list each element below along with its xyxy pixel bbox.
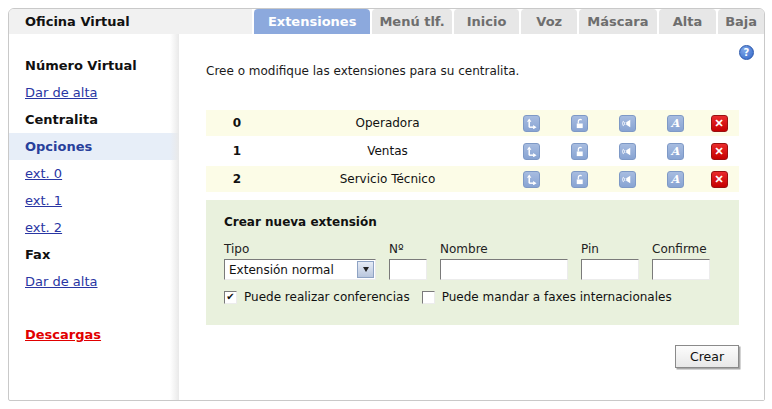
announcement-button[interactable]: [619, 171, 636, 188]
conferences-checkbox-label: Puede realizar conferencias: [244, 290, 410, 304]
tab-alta[interactable]: Alta: [659, 9, 717, 34]
extension-number: 1: [206, 144, 268, 158]
speaker-icon: [622, 146, 633, 157]
tab-inicio[interactable]: Inicio: [454, 9, 520, 34]
tab-menu-tlf[interactable]: Menú tlf.: [372, 9, 452, 34]
header-bar: Oficina Virtual Extensiones Menú tlf. In…: [9, 9, 764, 34]
redirect-arrow-icon: [526, 118, 537, 129]
pin-input[interactable]: [581, 259, 639, 280]
letter-a-icon: A: [671, 174, 680, 185]
pin-label: Pin: [581, 242, 639, 256]
lock-button[interactable]: [571, 171, 588, 188]
create-extension-fields: Tipo Extensión normal Nº Nombre: [224, 242, 721, 280]
tab-extensiones[interactable]: Extensiones: [254, 9, 370, 34]
auto-attendant-button[interactable]: A: [667, 115, 684, 132]
delete-button[interactable]: ✕: [711, 143, 728, 160]
international-fax-checkbox[interactable]: [422, 291, 435, 304]
sidebar-link-dar-de-alta-numero[interactable]: Dar de alta: [25, 85, 97, 100]
confirme-input[interactable]: [652, 259, 710, 280]
sidebar-heading-numero-virtual: Número Virtual: [9, 52, 179, 79]
delete-button[interactable]: ✕: [711, 171, 728, 188]
sidebar-link-ext-1[interactable]: ext. 1: [25, 193, 62, 208]
extension-number: 0: [206, 116, 268, 130]
tab-baja[interactable]: Baja: [718, 9, 764, 34]
tab-mascara[interactable]: Máscara: [579, 9, 657, 34]
announcement-button[interactable]: [619, 143, 636, 160]
extension-row-1: 1 Ventas A ✕: [206, 138, 739, 164]
extension-row-2: 2 Servicio Técnico A ✕: [206, 166, 739, 192]
create-button[interactable]: Crear: [675, 345, 739, 368]
lock-button[interactable]: [571, 143, 588, 160]
extensions-table: 0 Operadora A ✕ 1 Ventas A ✕: [206, 110, 739, 194]
sidebar-link-ext-2[interactable]: ext. 2: [25, 220, 62, 235]
create-extension-title: Crear nueva extensión: [224, 215, 721, 229]
sidebar: Número Virtual Dar de alta Centralita Op…: [9, 34, 179, 400]
app-window: Oficina Virtual Extensiones Menú tlf. In…: [8, 8, 765, 401]
delete-button[interactable]: ✕: [711, 115, 728, 132]
sidebar-item-opciones-label: Opciones: [25, 139, 92, 154]
auto-attendant-button[interactable]: A: [667, 171, 684, 188]
lock-button[interactable]: [571, 115, 588, 132]
delete-x-icon: ✕: [714, 146, 723, 157]
delete-x-icon: ✕: [714, 118, 723, 129]
tab-voz[interactable]: Voz: [521, 9, 577, 34]
padlock-open-icon: [574, 118, 585, 129]
padlock-open-icon: [574, 174, 585, 185]
redirect-arrow-icon: [526, 174, 537, 185]
main-content: ? Cree o modifique las extensiones para …: [179, 34, 764, 400]
window-body: Número Virtual Dar de alta Centralita Op…: [9, 34, 764, 400]
numero-label: Nº: [389, 242, 427, 256]
extension-name: Ventas: [268, 144, 507, 158]
intro-text: Cree o modifique las extensiones para su…: [206, 64, 519, 78]
sidebar-heading-centralita: Centralita: [9, 106, 179, 133]
extension-number: 2: [206, 172, 268, 186]
tipo-label: Tipo: [224, 242, 376, 256]
help-icon[interactable]: ?: [739, 45, 754, 60]
create-extension-panel: Crear nueva extensión Tipo Extensión nor…: [206, 200, 739, 325]
speaker-icon: [622, 174, 633, 185]
sidebar-link-descargas[interactable]: Descargas: [25, 327, 101, 342]
speaker-icon: [622, 118, 633, 129]
redirect-button[interactable]: [523, 115, 540, 132]
sidebar-item-opciones[interactable]: Opciones: [9, 133, 179, 160]
nombre-input[interactable]: [440, 259, 568, 280]
conferences-checkbox[interactable]: [224, 291, 237, 304]
numero-input[interactable]: [389, 259, 427, 280]
sidebar-heading-fax: Fax: [9, 241, 179, 268]
letter-a-icon: A: [671, 118, 680, 129]
redirect-button[interactable]: [523, 143, 540, 160]
sidebar-link-ext-0[interactable]: ext. 0: [25, 166, 62, 181]
chevron-down-icon: [363, 267, 369, 272]
extension-name: Servicio Técnico: [268, 172, 507, 186]
letter-a-icon: A: [671, 146, 680, 157]
tab-bar: Extensiones Menú tlf. Inicio Voz Máscara…: [252, 9, 764, 34]
redirect-arrow-icon: [526, 146, 537, 157]
sidebar-link-dar-de-alta-fax[interactable]: Dar de alta: [25, 274, 97, 289]
announcement-button[interactable]: [619, 115, 636, 132]
auto-attendant-button[interactable]: A: [667, 143, 684, 160]
dropdown-button[interactable]: [357, 261, 374, 278]
international-fax-checkbox-label: Puede mandar a faxes internacionales: [442, 290, 672, 304]
window-title-block: Oficina Virtual: [9, 9, 252, 34]
help-glyph: ?: [744, 47, 750, 58]
tipo-selected-value: Extensión normal: [225, 263, 357, 277]
extension-row-0: 0 Operadora A ✕: [206, 110, 739, 136]
nombre-label: Nombre: [440, 242, 568, 256]
padlock-open-icon: [574, 146, 585, 157]
extension-name: Operadora: [268, 116, 507, 130]
create-extension-options: Puede realizar conferencias Puede mandar…: [224, 290, 721, 304]
app-title: Oficina Virtual: [25, 14, 130, 29]
delete-x-icon: ✕: [714, 174, 723, 185]
confirme-label: Confirme: [652, 242, 710, 256]
tipo-select[interactable]: Extensión normal: [224, 259, 376, 280]
redirect-button[interactable]: [523, 171, 540, 188]
